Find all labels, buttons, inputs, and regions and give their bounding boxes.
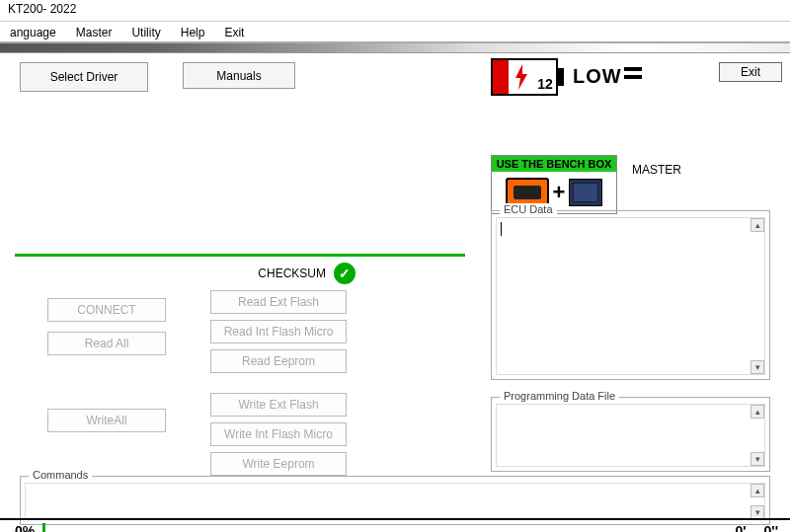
bolt-icon <box>509 60 534 94</box>
write-ext-flash-button[interactable]: Write Ext Flash <box>210 393 347 417</box>
battery-number: 12 <box>534 60 556 94</box>
programming-data-textarea[interactable]: ▴ ▾ <box>496 404 765 467</box>
progress-percent: 0% <box>15 523 35 532</box>
read-eeprom-button[interactable]: Read Eeprom <box>210 349 347 373</box>
scroll-down-button[interactable]: ▾ <box>750 505 764 519</box>
write-all-button[interactable]: WriteAll <box>47 409 166 432</box>
menu-master[interactable]: Master <box>66 24 122 39</box>
write-eeprom-button[interactable]: Write Eeprom <box>210 452 347 476</box>
menubar: anguage Master Utility Help Exit <box>0 22 790 43</box>
connect-button[interactable]: CONNECT <box>47 298 166 322</box>
separator-line <box>15 254 465 257</box>
scroll-down-button[interactable]: ▾ <box>750 452 764 466</box>
ecu-data-textarea[interactable]: ▴ ▾ <box>496 217 765 375</box>
battery-indicator: 12 <box>491 58 558 96</box>
plus-icon: + <box>553 180 566 205</box>
bench-box-title: USE THE BENCH BOX <box>492 156 616 172</box>
read-all-button[interactable]: Read All <box>47 332 166 355</box>
text-cursor <box>501 222 502 236</box>
programming-data-file-legend: Programming Data File <box>500 390 619 402</box>
menu-utility[interactable]: Utility <box>121 24 170 39</box>
battery-level-bar <box>493 60 509 94</box>
manuals-button[interactable]: Manuals <box>183 62 295 89</box>
time-elapsed-1: 0' <box>735 523 746 532</box>
write-int-flash-micro-button[interactable]: Write Int Flash Micro <box>210 422 347 446</box>
window-title: KT200- 2022 <box>0 0 790 22</box>
programming-data-file-group: Programming Data File ▴ ▾ <box>491 397 770 472</box>
read-ext-flash-button[interactable]: Read Ext Flash <box>210 290 347 314</box>
scroll-down-button[interactable]: ▾ <box>750 360 764 374</box>
select-driver-button[interactable]: Select Driver <box>20 62 148 92</box>
menu-help[interactable]: Help <box>171 24 215 39</box>
scroll-up-button[interactable]: ▴ <box>750 484 764 497</box>
battery-status: LOW <box>573 65 622 88</box>
statusbar: 0% 0' 0'' <box>0 518 790 532</box>
exit-button[interactable]: Exit <box>719 62 782 82</box>
menu-exit[interactable]: Exit <box>214 24 254 39</box>
progress-bar-icon <box>42 523 45 532</box>
commands-legend: Commands <box>29 469 92 481</box>
scroll-up-button[interactable]: ▴ <box>750 405 764 418</box>
role-label: MASTER <box>632 163 681 177</box>
bars-icon <box>624 67 644 83</box>
ecu-data-legend: ECU Data <box>500 203 557 215</box>
device2-icon <box>569 179 602 206</box>
toolbar: Select Driver Manuals Exit 12 LOW <box>0 53 790 101</box>
ecu-data-group: ECU Data ▴ ▾ <box>491 210 770 380</box>
read-int-flash-micro-button[interactable]: Read Int Flash Micro <box>210 320 347 343</box>
main-area: USE THE BENCH BOX + MASTER CHECKSUM ✓ CO… <box>0 101 790 532</box>
check-icon: ✓ <box>334 263 356 284</box>
commands-textarea[interactable]: ▴ ▾ <box>25 483 765 520</box>
scroll-up-button[interactable]: ▴ <box>750 218 764 232</box>
checksum-label: CHECKSUM <box>258 266 326 280</box>
decor-strip <box>0 43 790 53</box>
menu-language[interactable]: anguage <box>0 24 66 39</box>
time-elapsed-2: 0'' <box>764 523 778 532</box>
battery-tip <box>558 68 564 86</box>
checksum-row: CHECKSUM ✓ <box>217 263 356 284</box>
